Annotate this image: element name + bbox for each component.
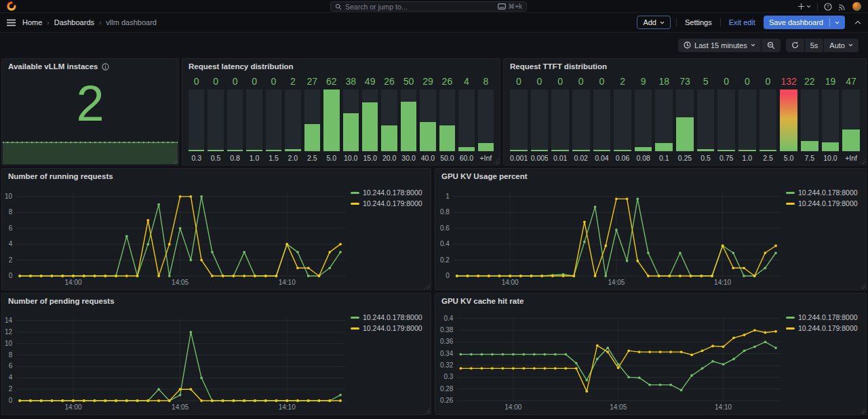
bar-fill	[676, 117, 694, 151]
bar-bucket-label: 40.0	[420, 151, 435, 161]
chevron-down-icon	[660, 20, 665, 25]
legend-series-name: 10.244.0.178:8000	[798, 313, 858, 321]
search-icon	[335, 3, 342, 10]
bar-column: 01.0	[738, 76, 756, 161]
legend: 10.244.0.178:800010.244.0.179:8000	[351, 313, 427, 332]
bar-fill	[208, 150, 223, 151]
zoom-out-icon	[767, 41, 775, 49]
panel-resize-handle[interactable]	[860, 408, 865, 414]
bar-value: 50	[401, 76, 416, 88]
bar-fill	[822, 142, 840, 151]
bar-bucket-label: 2.0	[285, 151, 300, 161]
svg-text:0.6: 0.6	[440, 224, 450, 232]
bar-track	[551, 89, 569, 151]
legend-item[interactable]: 10.244.0.178:8000	[351, 313, 427, 321]
bar-track	[572, 89, 590, 151]
bar-fill	[717, 150, 735, 151]
panel-title[interactable]: Available vLLM instaces	[8, 62, 109, 71]
panel-title[interactable]: Request latency distribution	[189, 62, 294, 71]
legend-series-name: 10.244.0.179:8000	[798, 324, 858, 332]
panel-resize-handle[interactable]	[425, 283, 430, 289]
panel-resize-handle[interactable]	[494, 159, 499, 164]
bar-bucket-label: 1.0	[246, 151, 262, 161]
legend-item[interactable]: 10.244.0.178:8000	[351, 188, 427, 197]
bar-track	[531, 89, 549, 151]
bar-fill	[285, 149, 300, 151]
panel-title[interactable]: Number of running requests	[8, 172, 113, 180]
divider	[676, 18, 677, 26]
search-input[interactable]: Search or jump to... ⌘+k	[330, 1, 527, 12]
user-avatar[interactable]	[852, 2, 861, 11]
add-panel-button[interactable]: Add	[637, 16, 671, 29]
panel-title[interactable]: Request TTFT distribution	[510, 62, 607, 71]
refresh-dashboard-button[interactable]	[786, 39, 804, 52]
bar-fill	[593, 150, 611, 151]
bar-column: 00.04	[593, 76, 611, 161]
bar-fill	[738, 150, 756, 151]
auto-refresh-picker[interactable]: Auto	[824, 39, 859, 52]
plus-icon	[797, 3, 805, 10]
bar-bucket-label: 30.0	[401, 151, 416, 161]
bar-track	[510, 89, 528, 151]
panel-title[interactable]: GPU KV Usage percent	[441, 172, 528, 180]
breadcrumb-dashboards[interactable]: Dashboards	[54, 18, 94, 26]
bar-fill	[614, 150, 631, 151]
bar-value: 27	[304, 76, 320, 88]
bar-fill	[780, 89, 797, 151]
collapse-toolbar-chevron-up-icon[interactable]	[854, 20, 861, 25]
bar-fill	[266, 150, 281, 151]
time-toolbar: Last 15 minutes 5s Auto	[0, 33, 868, 58]
panel-title[interactable]: Number of pending requests	[8, 297, 115, 305]
news-button[interactable]	[838, 3, 846, 11]
legend-item[interactable]: 10.244.0.179:8000	[351, 199, 427, 207]
bar-track	[717, 89, 735, 151]
panel-resize-handle[interactable]	[860, 159, 865, 164]
help-button[interactable]: ?	[824, 3, 832, 11]
bar-bucket-label: +Inf	[478, 151, 494, 161]
info-icon[interactable]	[102, 63, 109, 71]
menu-toggle-icon[interactable]	[7, 19, 16, 26]
panel-request-ttft-distribution: Request TTFT distribution 00.00100.00500…	[503, 58, 867, 165]
panel-resize-handle[interactable]	[860, 283, 865, 289]
refresh-interval-label[interactable]: 5s	[805, 39, 824, 52]
time-range-picker[interactable]: Last 15 minutes	[678, 39, 761, 52]
bar-track	[593, 89, 611, 151]
bar-fill	[304, 124, 320, 151]
zoom-out-time-button[interactable]	[762, 39, 781, 52]
bar-column: 00.001	[510, 76, 528, 161]
svg-text:0.4: 0.4	[440, 240, 450, 247]
legend-item[interactable]: 10.244.0.179:8000	[786, 324, 862, 332]
legend-item[interactable]: 10.244.0.178:8000	[786, 188, 862, 197]
breadcrumb-home[interactable]: Home	[22, 18, 42, 26]
panel-resize-handle[interactable]	[425, 408, 430, 414]
legend-item[interactable]: 10.244.0.178:8000	[786, 313, 862, 321]
bar-column: 47+Inf	[842, 76, 860, 161]
save-dashboard-button[interactable]: Save dashboard	[764, 16, 845, 29]
bar-value: 0	[189, 76, 204, 88]
rss-icon	[838, 3, 846, 11]
clock-icon	[684, 41, 691, 49]
bar-fill	[381, 125, 397, 151]
bar-bucket-label: 0.01	[551, 151, 569, 161]
bar-track	[323, 89, 339, 151]
bar-value: 0	[551, 76, 569, 88]
legend-swatch	[351, 327, 359, 330]
svg-text:14:05: 14:05	[172, 279, 189, 286]
bar-track	[362, 89, 378, 151]
bar-bucket-label: 7.5	[801, 151, 818, 161]
bar-track	[697, 89, 715, 151]
legend-item[interactable]: 10.244.0.179:8000	[351, 324, 427, 332]
panel-title[interactable]: GPU KV cache hit rate	[441, 297, 524, 305]
add-new-button[interactable]	[797, 3, 811, 10]
legend-item[interactable]: 10.244.0.179:8000	[786, 199, 862, 207]
exit-edit-button[interactable]: Exit edit	[726, 16, 758, 29]
time-series-plot: 00.20.40.60.8114:0014:0514:10	[437, 184, 785, 287]
legend-series-name: 10.244.0.179:8000	[798, 199, 858, 207]
bar-track	[189, 89, 204, 151]
settings-button[interactable]: Settings	[682, 16, 715, 29]
bar-track	[780, 89, 797, 151]
grafana-logo[interactable]	[7, 1, 16, 11]
bar-bucket-label: 0.005	[531, 151, 549, 161]
bar-value: 5	[697, 76, 715, 88]
time-series-plot: 0.260.280.30.320.340.360.380.414:0014:05…	[437, 308, 785, 412]
